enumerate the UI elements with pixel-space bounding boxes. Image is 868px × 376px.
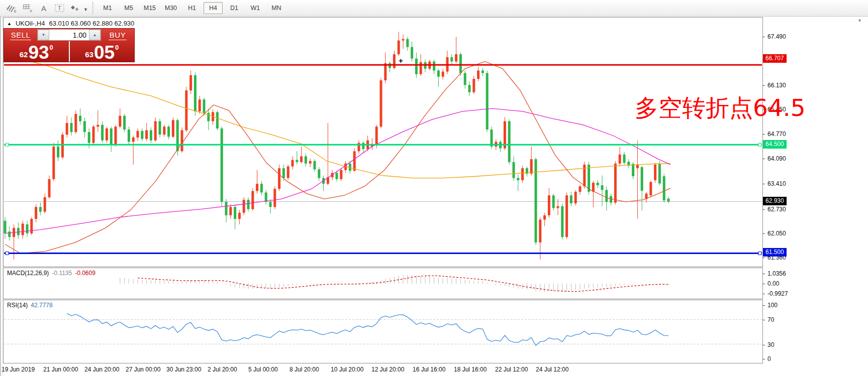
one-click-trade-widget: SELL ▼ 1.00 ▲ BUY 62 93 0 63 05 0 <box>4 29 134 62</box>
scroll-down-icon[interactable]: ▼ <box>857 18 862 23</box>
collapse-triangle-icon[interactable]: ▲ <box>7 21 12 26</box>
price-badge-64-500[interactable]: 64.500 <box>763 140 787 149</box>
price-axis-label: 63.410 <box>767 180 786 187</box>
price-axis-label: 64.770 <box>767 131 786 138</box>
timeframe-w1[interactable]: W1 <box>246 2 265 14</box>
sell-price-display[interactable]: 62 93 0 <box>4 41 70 62</box>
macd-axis-label: 1.0356 <box>767 270 786 277</box>
time-axis-label[interactable]: 2 Jul 20:00 <box>208 366 237 373</box>
rsi-name: RSI(14) <box>7 302 28 309</box>
buy-price-display[interactable]: 63 05 0 <box>70 41 135 62</box>
price-badge-61-500[interactable]: 61.500 <box>763 248 787 257</box>
time-axis-label[interactable]: 24 Jul 12:00 <box>536 366 568 373</box>
price-axis-label: 66.130 <box>767 82 786 89</box>
time-axis-label[interactable]: 22 Jul 12:00 <box>495 366 528 373</box>
sell-price-sup: 0 <box>50 44 53 51</box>
macd-value-signal: -0.0609 <box>75 270 95 277</box>
svg-text:T: T <box>58 5 61 11</box>
price-axis-label: 66.810 <box>767 56 786 63</box>
chinese-annotation-text[interactable]: 多空转折点64.5 <box>635 92 806 124</box>
rsi-axis-label: 30 <box>767 341 774 348</box>
rsi-value: 42.7778 <box>31 302 52 309</box>
volume-input[interactable]: 1.00 <box>49 30 89 40</box>
rsi-label-row: RSI(14) 42.7778 <box>7 302 53 309</box>
timeframe-m30[interactable]: M30 <box>161 2 180 14</box>
price-axis-label: 67.490 <box>767 33 786 40</box>
ma-magenta <box>5 108 670 233</box>
time-axis-label[interactable]: 21 Jun 00:00 <box>43 366 78 373</box>
time-axis-label[interactable]: 10 Jul 20:00 <box>331 366 363 373</box>
symbol-name: UKOil-,H4 <box>16 20 45 27</box>
rsi-chart[interactable] <box>4 300 762 363</box>
price-axis-label: 62.730 <box>767 206 786 213</box>
top-toolbar: E F A T ▼ M1M5M15M30H1H4D1W1MN <box>0 0 868 17</box>
timeframe-mn[interactable]: MN <box>267 2 286 14</box>
time-axis-label[interactable]: 24 Jun 20:00 <box>84 366 119 373</box>
price-badge-66-707[interactable]: 66.707 <box>763 54 787 63</box>
svg-text:E: E <box>14 10 17 13</box>
timeframe-m5[interactable]: M5 <box>119 2 138 14</box>
grid-forecast-icon[interactable]: F <box>20 2 35 15</box>
price-badge-62-930[interactable]: 62.930 <box>763 197 787 205</box>
price-axis-label: 62.050 <box>767 230 786 237</box>
macd-label-row: MACD(12,26,9) -0.1135 -0.0609 <box>7 270 95 277</box>
sell-price-small: 62 <box>20 50 28 59</box>
sell-button[interactable]: SELL <box>4 31 37 39</box>
macd-axis-label: -0.9927 <box>767 290 788 297</box>
macd-value-main: -0.1135 <box>52 270 72 277</box>
timeframe-group: M1M5M15M30H1H4D1W1MN <box>98 2 286 14</box>
time-axis-label[interactable]: 18 Jul 16:00 <box>454 366 487 373</box>
crosshair-marker: + <box>399 56 403 65</box>
time-axis-label[interactable]: 8 Jul 20:00 <box>290 366 319 373</box>
price-axis-label: 64.090 <box>767 155 786 162</box>
time-axis-label[interactable]: 16 Jul 16:00 <box>413 366 445 373</box>
sell-price-big: 93 <box>28 45 49 60</box>
macd-panel[interactable] <box>3 268 763 299</box>
chevron-down-icon[interactable]: ▼ <box>83 7 88 12</box>
volume-box: ▼ 1.00 ▲ <box>37 29 101 41</box>
macd-name: MACD(12,26,9) <box>7 270 49 277</box>
pattern-equity-icon[interactable]: E <box>4 2 19 15</box>
volume-increase-button[interactable]: ▲ <box>89 30 101 40</box>
volume-decrease-button[interactable]: ▼ <box>38 30 49 40</box>
price-axis-label: 61.360 <box>767 254 786 261</box>
buy-price-big: 05 <box>94 45 115 60</box>
timeframe-h1[interactable]: H1 <box>182 2 202 14</box>
rsi-axis-label: 70 <box>767 316 774 323</box>
macd-chart[interactable] <box>4 268 762 299</box>
time-axis-label[interactable]: 12 Jul 20:00 <box>371 366 404 373</box>
timeframe-m1[interactable]: M1 <box>98 2 117 14</box>
buy-button[interactable]: BUY <box>101 31 134 39</box>
buy-price-small: 63 <box>85 50 93 59</box>
text-box-icon[interactable]: T <box>52 2 67 15</box>
symbol-title-bar: ▲ UKOil-,H4 63.010 63.060 62.880 62.930 <box>7 20 134 27</box>
rsi-axis-label: 0 <box>767 355 771 362</box>
toolbar-separator <box>92 2 93 14</box>
rsi-panel[interactable] <box>3 300 763 363</box>
time-axis-label[interactable]: 19 Jun 2019 <box>2 366 35 373</box>
timeframe-h4[interactable]: H4 <box>204 2 223 14</box>
time-axis-label[interactable]: 5 Jul 00:00 <box>248 366 278 373</box>
ma-orangered <box>5 61 670 253</box>
symbol-ohlc: 63.010 63.060 62.880 62.930 <box>49 20 134 27</box>
timeframe-d1[interactable]: D1 <box>225 2 244 14</box>
time-axis-label[interactable]: 27 Jun 00:00 <box>126 366 160 373</box>
svg-text:F: F <box>30 10 32 13</box>
ma-gold <box>15 58 670 178</box>
arrange-windows-icon[interactable] <box>68 2 83 15</box>
time-axis-label[interactable]: 30 Jun 23:00 <box>166 366 201 373</box>
macd-axis-label: 0.00 <box>767 280 779 287</box>
buy-price-sup: 0 <box>115 44 119 51</box>
text-label-icon[interactable]: A <box>36 2 51 15</box>
timeframe-m15[interactable]: M15 <box>140 2 159 14</box>
rsi-axis-label: 100 <box>767 302 778 309</box>
